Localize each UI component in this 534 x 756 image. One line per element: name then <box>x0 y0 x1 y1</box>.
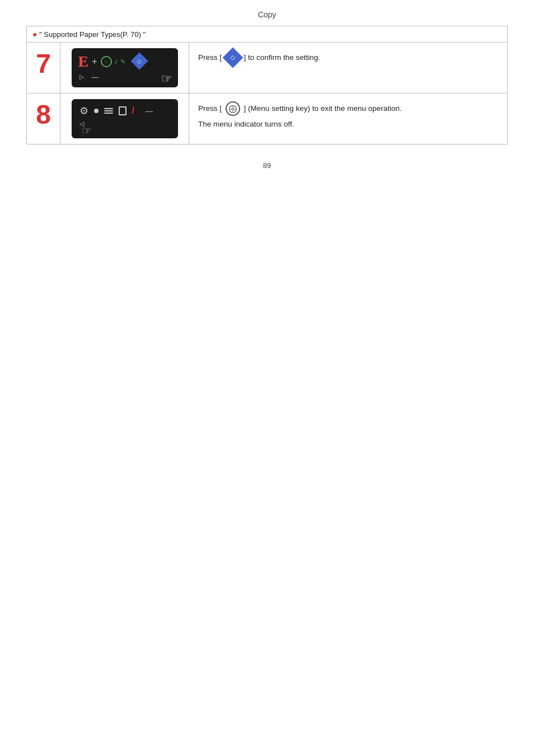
p8-list-icon <box>104 108 113 114</box>
page-title: Copy <box>258 10 277 19</box>
panel-pencil: ✎ <box>120 58 125 66</box>
device-panel-8: ⚙ / — ◁ ☞ <box>72 99 178 138</box>
header-row: ● " Supported Paper Types(P. 70) " <box>27 26 508 43</box>
panel-hand-cursor-7: ☞ <box>161 72 172 86</box>
step-8-number: 8 <box>27 94 60 144</box>
header-cell: ● " Supported Paper Types(P. 70) " <box>27 26 508 43</box>
header-bullet-icon: ● <box>32 30 37 39</box>
step-8-text-suffix: ] (Menu setting key) to exit the menu op… <box>244 104 402 113</box>
panel-plus-icon: + <box>92 57 97 67</box>
step-8-instruction: Press [ ] (Menu setting key) to exit the… <box>189 94 508 144</box>
panel-hand-cursor-8: ☞ <box>82 124 92 137</box>
panel-circle-icon: ○ <box>101 56 112 67</box>
step-8-row: 8 ⚙ / — ◁ <box>27 94 508 144</box>
page-number: 89 <box>263 161 271 170</box>
panel-slash: / <box>115 58 118 66</box>
confirm-diamond-icon: ◇ <box>226 50 240 65</box>
header-text: " Supported Paper Types(P. 70) " <box>39 30 146 39</box>
p8-slash-icon: / <box>132 106 134 116</box>
svg-point-3 <box>231 108 234 110</box>
step-7-row: 7 E + ○ / ✎ ◇ ▷ <box>27 43 508 94</box>
step-8-note: The menu indicator turns off. <box>198 118 498 130</box>
step-8-text-prefix: Press [ <box>198 104 222 113</box>
step-7-text-prefix: Press [ <box>198 53 222 62</box>
device-panel-7: E + ○ / ✎ ◇ ▷ — ☞ <box>72 48 178 87</box>
p8-dash-icon: — <box>146 107 153 115</box>
step-7-number: 7 <box>27 43 60 94</box>
main-table: ● " Supported Paper Types(P. 70) " 7 E +… <box>26 26 508 144</box>
panel-play-icon: ▷ <box>79 73 84 81</box>
menu-key-icon <box>226 101 240 116</box>
step-8-text-line: Press [ ] (Menu setting key) to exit the… <box>198 101 498 116</box>
p8-rect-icon <box>119 106 127 115</box>
panel-dash: — <box>92 73 99 81</box>
step-7-device-image: E + ○ / ✎ ◇ ▷ — ☞ <box>60 43 189 94</box>
panel-diamond-btn: ◇ <box>133 55 146 69</box>
p8-dot-icon <box>94 109 99 113</box>
step-7-instruction: Press [ ◇ ] to confirm the setting. <box>189 43 508 94</box>
p8-gear-icon: ⚙ <box>79 105 88 117</box>
step-8-device-image: ⚙ / — ◁ ☞ <box>60 94 189 144</box>
step-7-text-suffix: ] to confirm the setting. <box>244 53 321 62</box>
p8-icons-row: ⚙ / — <box>79 105 153 117</box>
panel-letter-e: E <box>78 54 89 69</box>
